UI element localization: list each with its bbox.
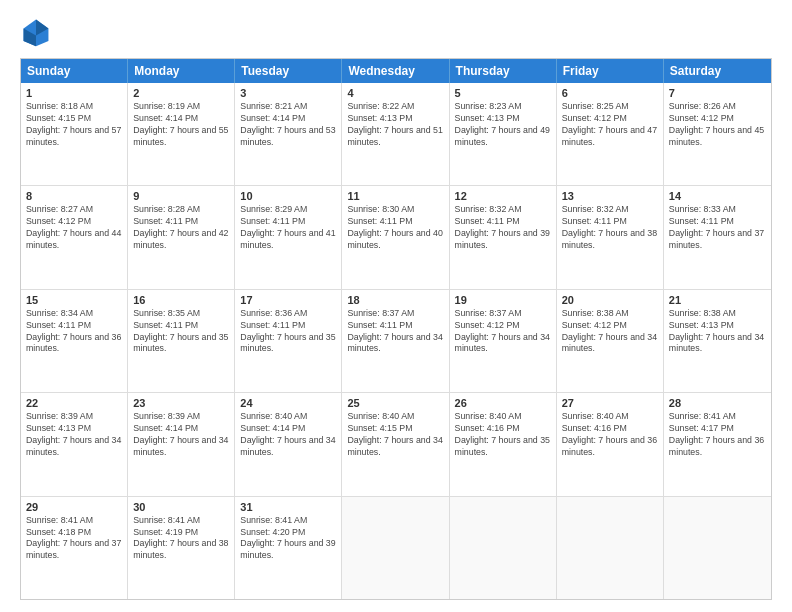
day-info: Sunrise: 8:39 AMSunset: 4:14 PMDaylight:…	[133, 411, 229, 459]
day-number: 6	[562, 87, 658, 99]
day-number: 7	[669, 87, 766, 99]
calendar-day-10: 10Sunrise: 8:29 AMSunset: 4:11 PMDayligh…	[235, 186, 342, 288]
day-number: 22	[26, 397, 122, 409]
calendar-day-6: 6Sunrise: 8:25 AMSunset: 4:12 PMDaylight…	[557, 83, 664, 185]
day-info: Sunrise: 8:40 AMSunset: 4:16 PMDaylight:…	[562, 411, 658, 459]
day-number: 11	[347, 190, 443, 202]
day-of-week-monday: Monday	[128, 59, 235, 83]
calendar-empty-cell	[342, 497, 449, 599]
calendar-day-2: 2Sunrise: 8:19 AMSunset: 4:14 PMDaylight…	[128, 83, 235, 185]
day-info: Sunrise: 8:35 AMSunset: 4:11 PMDaylight:…	[133, 308, 229, 356]
day-info: Sunrise: 8:18 AMSunset: 4:15 PMDaylight:…	[26, 101, 122, 149]
day-number: 23	[133, 397, 229, 409]
calendar: SundayMondayTuesdayWednesdayThursdayFrid…	[20, 58, 772, 600]
day-info: Sunrise: 8:40 AMSunset: 4:15 PMDaylight:…	[347, 411, 443, 459]
day-info: Sunrise: 8:41 AMSunset: 4:17 PMDaylight:…	[669, 411, 766, 459]
day-number: 4	[347, 87, 443, 99]
calendar-day-5: 5Sunrise: 8:23 AMSunset: 4:13 PMDaylight…	[450, 83, 557, 185]
calendar-empty-cell	[450, 497, 557, 599]
calendar-day-24: 24Sunrise: 8:40 AMSunset: 4:14 PMDayligh…	[235, 393, 342, 495]
day-info: Sunrise: 8:25 AMSunset: 4:12 PMDaylight:…	[562, 101, 658, 149]
calendar-day-8: 8Sunrise: 8:27 AMSunset: 4:12 PMDaylight…	[21, 186, 128, 288]
day-info: Sunrise: 8:41 AMSunset: 4:18 PMDaylight:…	[26, 515, 122, 563]
day-of-week-friday: Friday	[557, 59, 664, 83]
calendar-row-4: 22Sunrise: 8:39 AMSunset: 4:13 PMDayligh…	[21, 393, 771, 496]
day-number: 10	[240, 190, 336, 202]
day-info: Sunrise: 8:23 AMSunset: 4:13 PMDaylight:…	[455, 101, 551, 149]
day-info: Sunrise: 8:38 AMSunset: 4:12 PMDaylight:…	[562, 308, 658, 356]
calendar-day-28: 28Sunrise: 8:41 AMSunset: 4:17 PMDayligh…	[664, 393, 771, 495]
page: SundayMondayTuesdayWednesdayThursdayFrid…	[0, 0, 792, 612]
calendar-row-3: 15Sunrise: 8:34 AMSunset: 4:11 PMDayligh…	[21, 290, 771, 393]
day-number: 5	[455, 87, 551, 99]
calendar-day-27: 27Sunrise: 8:40 AMSunset: 4:16 PMDayligh…	[557, 393, 664, 495]
calendar-day-20: 20Sunrise: 8:38 AMSunset: 4:12 PMDayligh…	[557, 290, 664, 392]
day-info: Sunrise: 8:32 AMSunset: 4:11 PMDaylight:…	[455, 204, 551, 252]
day-info: Sunrise: 8:40 AMSunset: 4:16 PMDaylight:…	[455, 411, 551, 459]
day-number: 15	[26, 294, 122, 306]
day-of-week-saturday: Saturday	[664, 59, 771, 83]
day-number: 25	[347, 397, 443, 409]
calendar-day-7: 7Sunrise: 8:26 AMSunset: 4:12 PMDaylight…	[664, 83, 771, 185]
day-number: 1	[26, 87, 122, 99]
day-info: Sunrise: 8:36 AMSunset: 4:11 PMDaylight:…	[240, 308, 336, 356]
day-info: Sunrise: 8:37 AMSunset: 4:12 PMDaylight:…	[455, 308, 551, 356]
calendar-day-17: 17Sunrise: 8:36 AMSunset: 4:11 PMDayligh…	[235, 290, 342, 392]
calendar-day-18: 18Sunrise: 8:37 AMSunset: 4:11 PMDayligh…	[342, 290, 449, 392]
day-info: Sunrise: 8:41 AMSunset: 4:20 PMDaylight:…	[240, 515, 336, 563]
calendar-empty-cell	[557, 497, 664, 599]
day-info: Sunrise: 8:26 AMSunset: 4:12 PMDaylight:…	[669, 101, 766, 149]
calendar-day-14: 14Sunrise: 8:33 AMSunset: 4:11 PMDayligh…	[664, 186, 771, 288]
day-number: 28	[669, 397, 766, 409]
calendar-day-19: 19Sunrise: 8:37 AMSunset: 4:12 PMDayligh…	[450, 290, 557, 392]
header	[20, 16, 772, 48]
calendar-day-22: 22Sunrise: 8:39 AMSunset: 4:13 PMDayligh…	[21, 393, 128, 495]
day-of-week-tuesday: Tuesday	[235, 59, 342, 83]
calendar-row-1: 1Sunrise: 8:18 AMSunset: 4:15 PMDaylight…	[21, 83, 771, 186]
calendar-body: 1Sunrise: 8:18 AMSunset: 4:15 PMDaylight…	[21, 83, 771, 599]
day-info: Sunrise: 8:27 AMSunset: 4:12 PMDaylight:…	[26, 204, 122, 252]
day-number: 14	[669, 190, 766, 202]
day-number: 20	[562, 294, 658, 306]
day-number: 21	[669, 294, 766, 306]
day-of-week-wednesday: Wednesday	[342, 59, 449, 83]
day-number: 27	[562, 397, 658, 409]
day-number: 8	[26, 190, 122, 202]
calendar-day-29: 29Sunrise: 8:41 AMSunset: 4:18 PMDayligh…	[21, 497, 128, 599]
day-number: 24	[240, 397, 336, 409]
day-number: 19	[455, 294, 551, 306]
day-info: Sunrise: 8:33 AMSunset: 4:11 PMDaylight:…	[669, 204, 766, 252]
calendar-day-26: 26Sunrise: 8:40 AMSunset: 4:16 PMDayligh…	[450, 393, 557, 495]
calendar-day-11: 11Sunrise: 8:30 AMSunset: 4:11 PMDayligh…	[342, 186, 449, 288]
day-number: 12	[455, 190, 551, 202]
day-number: 31	[240, 501, 336, 513]
day-of-week-sunday: Sunday	[21, 59, 128, 83]
day-number: 3	[240, 87, 336, 99]
day-number: 16	[133, 294, 229, 306]
calendar-day-1: 1Sunrise: 8:18 AMSunset: 4:15 PMDaylight…	[21, 83, 128, 185]
calendar-empty-cell	[664, 497, 771, 599]
calendar-day-3: 3Sunrise: 8:21 AMSunset: 4:14 PMDaylight…	[235, 83, 342, 185]
day-number: 17	[240, 294, 336, 306]
calendar-day-15: 15Sunrise: 8:34 AMSunset: 4:11 PMDayligh…	[21, 290, 128, 392]
day-of-week-thursday: Thursday	[450, 59, 557, 83]
day-info: Sunrise: 8:41 AMSunset: 4:19 PMDaylight:…	[133, 515, 229, 563]
day-info: Sunrise: 8:39 AMSunset: 4:13 PMDaylight:…	[26, 411, 122, 459]
calendar-day-23: 23Sunrise: 8:39 AMSunset: 4:14 PMDayligh…	[128, 393, 235, 495]
day-info: Sunrise: 8:32 AMSunset: 4:11 PMDaylight:…	[562, 204, 658, 252]
day-info: Sunrise: 8:40 AMSunset: 4:14 PMDaylight:…	[240, 411, 336, 459]
day-number: 2	[133, 87, 229, 99]
day-number: 26	[455, 397, 551, 409]
day-info: Sunrise: 8:29 AMSunset: 4:11 PMDaylight:…	[240, 204, 336, 252]
calendar-day-9: 9Sunrise: 8:28 AMSunset: 4:11 PMDaylight…	[128, 186, 235, 288]
calendar-day-21: 21Sunrise: 8:38 AMSunset: 4:13 PMDayligh…	[664, 290, 771, 392]
day-info: Sunrise: 8:28 AMSunset: 4:11 PMDaylight:…	[133, 204, 229, 252]
calendar-day-12: 12Sunrise: 8:32 AMSunset: 4:11 PMDayligh…	[450, 186, 557, 288]
logo	[20, 16, 56, 48]
logo-icon	[20, 16, 52, 48]
calendar-day-4: 4Sunrise: 8:22 AMSunset: 4:13 PMDaylight…	[342, 83, 449, 185]
calendar-day-31: 31Sunrise: 8:41 AMSunset: 4:20 PMDayligh…	[235, 497, 342, 599]
calendar-row-2: 8Sunrise: 8:27 AMSunset: 4:12 PMDaylight…	[21, 186, 771, 289]
day-number: 30	[133, 501, 229, 513]
day-info: Sunrise: 8:34 AMSunset: 4:11 PMDaylight:…	[26, 308, 122, 356]
